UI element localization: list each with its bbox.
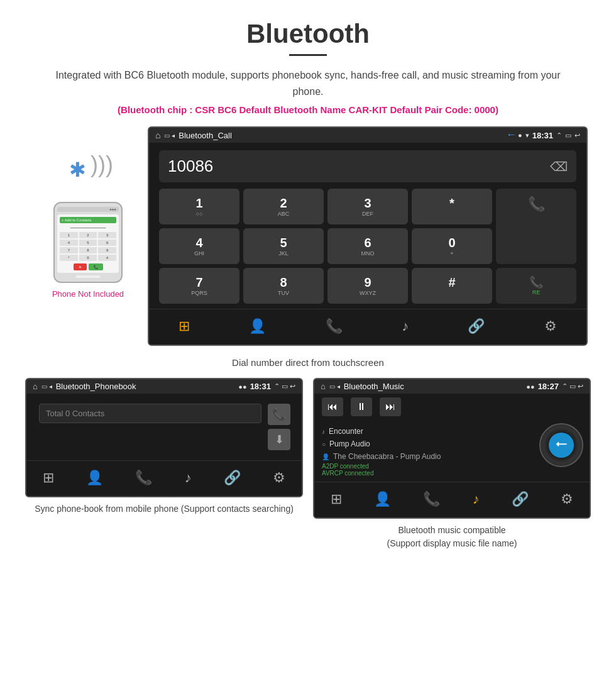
key-0[interactable]: 0+ (412, 228, 492, 264)
expand-pb: ⌃ ▭ ↩ (274, 382, 295, 390)
vinyl-disc: ⭠ (539, 423, 583, 467)
dot-icon: ● (518, 131, 522, 139)
phonebook-caption-text: Sync phone-book from mobile phone (Suppo… (35, 504, 294, 514)
phonebook-call-button[interactable]: 📞 (268, 404, 290, 425)
phone-image: ●●● + Add to Contacts ────────── 1 2 3 4… (53, 202, 123, 283)
nav-keypad-icon[interactable]: ⊞ (172, 316, 196, 337)
bottom-screens-section: ⌂ ▭ ◂ Bluetooth_Phonebook ●● 18:31 ⌃ ▭ ↩… (0, 378, 616, 550)
key-call[interactable]: 📞 (496, 189, 576, 264)
key-7[interactable]: 7PQRS (159, 268, 239, 304)
phone-aside: ))) ✱ ●●● + Add to Contacts ────────── 1… (28, 126, 148, 299)
car-dialer-screen: ⌂ ▭ ◂ Bluetooth_Call ⭠ ● ▾ 18:31 ⌃ ▭ ↩ 1… (148, 126, 588, 346)
pb-nav-music[interactable]: ♪ (179, 467, 198, 489)
expand-mu: ⌃ ▭ ↩ (562, 382, 583, 390)
pb-nav-call[interactable]: 📞 (129, 467, 158, 489)
key-3[interactable]: 3DEF (327, 189, 408, 224)
status-icons: ⭠ ● ▾ 18:31 ⌃ ▭ ↩ (508, 131, 580, 140)
backspace-button[interactable]: ⌫ (550, 159, 568, 174)
phonebook-download-button[interactable]: ⬇ (268, 429, 290, 450)
play-pause-button[interactable]: ⏸ (351, 397, 372, 416)
app-title: Bluetooth_Call (179, 131, 504, 140)
music-time: 18:27 (538, 382, 559, 391)
key-star[interactable]: * (412, 189, 492, 224)
key-recall[interactable]: 📞RE (496, 268, 576, 304)
mu-nav-link[interactable]: 🔗 (505, 489, 535, 510)
pb-nav-contacts[interactable]: 👤 (80, 467, 109, 489)
dialed-number: 10086 (168, 157, 213, 176)
home-icon: ⌂ (155, 130, 160, 140)
phonebook-screen-wrap: ⌂ ▭ ◂ Bluetooth_Phonebook ●● 18:31 ⌃ ▭ ↩… (25, 378, 303, 550)
expand-icon: ⌃ (556, 131, 562, 140)
circle-icon: ○ (322, 441, 326, 448)
nav-music-icon[interactable]: ♪ (395, 316, 415, 337)
track-name-1: Encounter (329, 427, 363, 436)
mu-nav-call[interactable]: 📞 (417, 489, 446, 510)
bluetooth-signal-icon: ))) ✱ (63, 152, 113, 196)
prev-button[interactable]: ⏮ (322, 397, 343, 416)
bt-icon-small: ⭠ (508, 131, 515, 139)
pb-nav-link[interactable]: 🔗 (217, 467, 247, 489)
mu-nav-settings[interactable]: ⚙ (554, 489, 580, 510)
search-placeholder: Total 0 Contacts (46, 409, 104, 418)
bt-dot-mu: ●● (526, 383, 534, 390)
bt-dot-pb: ●● (238, 383, 246, 390)
mu-nav-music[interactable]: ♪ (466, 489, 486, 510)
description-text: Integrated with BC6 Bluetooth module, su… (0, 67, 616, 104)
car-status-bar: ⌂ ▭ ◂ Bluetooth_Call ⭠ ● ▾ 18:31 ⌃ ▭ ↩ (149, 128, 586, 143)
track-name-3: The Cheebacabra - Pump Audio (333, 452, 441, 461)
music-car-screen: ⌂ ▭ ◂ Bluetooth_Music ●● 18:27 ⌃ ▭ ↩ ⏮ ⏸… (313, 378, 591, 519)
bluetooth-logo-icon: ✱ (69, 158, 86, 182)
track-name-2: Pump Audio (329, 440, 370, 448)
music-screen-wrap: ⌂ ▭ ◂ Bluetooth_Music ●● 18:27 ⌃ ▭ ↩ ⏮ ⏸… (313, 378, 591, 550)
music-status-icons: ●● 18:27 ⌃ ▭ ↩ (526, 382, 583, 391)
key-8[interactable]: 8TUV (243, 268, 324, 304)
page-title: Bluetooth (0, 0, 616, 54)
music-app-title: Bluetooth_Music (344, 382, 523, 391)
phonebook-status-bar: ⌂ ▭ ◂ Bluetooth_Phonebook ●● 18:31 ⌃ ▭ ↩ (26, 379, 302, 394)
phonebook-app-title: Bluetooth_Phonebook (56, 382, 235, 391)
key-hash[interactable]: # (412, 268, 492, 304)
dialer-input: 10086 ⌫ (159, 150, 576, 182)
pb-nav-settings[interactable]: ⚙ (267, 467, 292, 489)
window-icon: ▭ (565, 131, 571, 140)
key-9[interactable]: 9WXYZ (327, 268, 408, 304)
music-bottom-nav: ⊞ 👤 📞 ♪ 🔗 ⚙ (314, 482, 590, 517)
key-6[interactable]: 6MNO (327, 228, 408, 264)
phonebook-car-screen: ⌂ ▭ ◂ Bluetooth_Phonebook ●● 18:31 ⌃ ▭ ↩… (25, 378, 303, 497)
phonebook-status-icons: ●● 18:31 ⌃ ▭ ↩ (238, 382, 295, 391)
dialer-area: 10086 ⌫ 1○○ 2ABC 3DEF * 📞 4GHI 5JKL 6MNO… (149, 143, 586, 309)
music-content-area: ♪ Encounter ○ Pump Audio 👤 The Cheebacab… (314, 420, 590, 482)
phone-keypad: 1 2 3 4 5 6 7 8 9 * 0 # (60, 232, 116, 261)
title-divider (289, 54, 327, 56)
phone-home-bar (75, 275, 100, 278)
nav-settings-icon[interactable]: ⚙ (538, 316, 563, 337)
phonebook-caption: Sync phone-book from mobile phone (Suppo… (25, 502, 303, 516)
keypad-grid: 1○○ 2ABC 3DEF * 📞 4GHI 5JKL 6MNO 0+ 7PQR… (159, 189, 576, 304)
pb-nav-keypad[interactable]: ⊞ (36, 467, 60, 489)
signal-icon-mu: ▭ ◂ (329, 383, 340, 390)
person-icon: 👤 (322, 453, 329, 460)
dialer-bottom-nav: ⊞ 👤 📞 ♪ 🔗 ⚙ (149, 309, 586, 345)
note-icon: ♪ (322, 428, 325, 435)
mu-nav-contacts[interactable]: 👤 (368, 489, 397, 510)
nav-link-icon[interactable]: 🔗 (461, 316, 491, 337)
car-time: 18:31 (532, 131, 553, 140)
signal-waves-icon: ))) (91, 152, 113, 178)
phonebook-content: Total 0 Contacts 📞 ⬇ (26, 394, 302, 460)
signal-icon-pb: ▭ ◂ (41, 383, 52, 390)
key-4[interactable]: 4GHI (159, 228, 239, 264)
home-icon-pb: ⌂ (33, 382, 38, 391)
signal-icon: ▭ ◂ (164, 132, 175, 139)
key-2[interactable]: 2ABC (243, 189, 324, 224)
wifi-icon: ▾ (525, 131, 529, 140)
next-button[interactable]: ⏭ (380, 397, 401, 416)
bt-center-icon: ⭠ (549, 433, 574, 458)
mu-nav-keypad[interactable]: ⊞ (324, 489, 348, 510)
vinyl-disc-wrap: ⭠ (539, 423, 583, 467)
key-1[interactable]: 1○○ (159, 189, 239, 224)
nav-contacts-icon[interactable]: 👤 (243, 316, 272, 337)
phonebook-search-box[interactable]: Total 0 Contacts (39, 404, 261, 423)
nav-call-icon[interactable]: 📞 (319, 316, 349, 337)
specs-line: (Bluetooth chip : CSR BC6 Default Blueto… (0, 104, 616, 115)
key-5[interactable]: 5JKL (243, 228, 324, 264)
